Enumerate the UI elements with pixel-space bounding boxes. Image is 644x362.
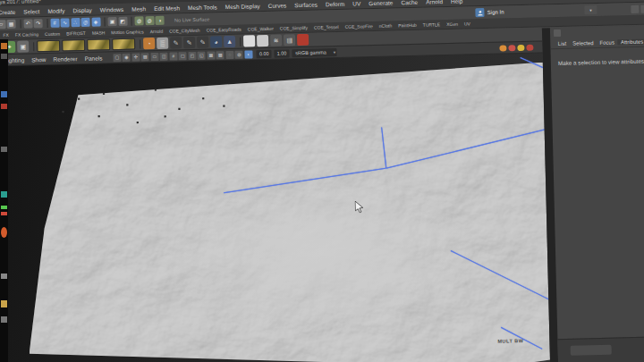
- sign-in-button[interactable]: Sign In: [476, 7, 504, 17]
- ae-menu-selected[interactable]: Selected: [570, 39, 597, 46]
- gray-sphere-icon[interactable]: [257, 35, 268, 46]
- terrain-thumbnail-icon[interactable]: [112, 38, 135, 51]
- shelf-tab-fx[interactable]: FX: [0, 32, 12, 38]
- gate-mask-icon[interactable]: ◱: [198, 51, 206, 59]
- redo-icon[interactable]: ↷: [33, 19, 42, 28]
- globe-icon[interactable]: ◔: [143, 38, 155, 49]
- terrain-thumbnail-icon[interactable]: [87, 38, 110, 51]
- viewport-menu-panels[interactable]: Panels: [80, 55, 106, 62]
- toolbox-icon-fragment[interactable]: [1, 147, 7, 152]
- save-scene-icon[interactable]: ▦: [6, 20, 15, 29]
- shelf-tab-cge-citymesh[interactable]: CGE_CityMesh: [166, 28, 204, 34]
- menu-display[interactable]: Display: [69, 6, 96, 13]
- shelf-tab-xgen[interactable]: XGen: [444, 21, 462, 27]
- toolbox-icon-fragment[interactable]: [1, 274, 7, 279]
- pencil-icon[interactable]: ✎: [183, 37, 195, 48]
- ssao-ball-icon[interactable]: [499, 45, 506, 51]
- toolbox-icon-fragment[interactable]: [1, 54, 7, 59]
- menu-help[interactable]: Help: [446, 0, 467, 4]
- isolate-select-icon[interactable]: ◌: [225, 50, 233, 58]
- menu-mesh-tools[interactable]: Mesh Tools: [183, 4, 221, 11]
- exposure-field[interactable]: 0.00: [257, 49, 272, 57]
- grid-icon[interactable]: #: [169, 52, 177, 60]
- noise-icon[interactable]: ▒: [157, 38, 168, 49]
- undo-icon[interactable]: ↶: [23, 19, 32, 28]
- snap-to-grids-icon[interactable]: #: [50, 19, 59, 28]
- shelf-tab-turtle[interactable]: TURTLE: [419, 21, 443, 28]
- shelf-tab-fx-caching[interactable]: FX Caching: [12, 31, 41, 38]
- menu-curves[interactable]: Curves: [264, 2, 291, 9]
- terrain-mesh[interactable]: [22, 62, 552, 362]
- shelf-tab-painthub[interactable]: PaintHub: [395, 22, 420, 29]
- open-scene-icon[interactable]: ▱: [0, 20, 5, 29]
- toolbox-icon-fragment[interactable]: [1, 212, 7, 215]
- gamma-field[interactable]: 1.00: [274, 49, 289, 57]
- render-frame-icon[interactable]: ◍: [134, 16, 143, 25]
- viewport-menu-renderer[interactable]: Renderer: [49, 55, 80, 63]
- trash-icon[interactable]: ▤: [284, 34, 295, 46]
- menu-select[interactable]: Select: [20, 8, 44, 15]
- live-surface-label[interactable]: No Live Surface: [174, 17, 209, 23]
- pencil-icon[interactable]: ✎: [197, 37, 208, 48]
- menu-arnold[interactable]: Arnold: [422, 0, 447, 4]
- shelf-tab-cge-easyroads[interactable]: CGE_EasyRoads: [203, 27, 244, 33]
- menu-generate[interactable]: Generate: [365, 0, 397, 6]
- shadow-ball-icon[interactable]: [526, 44, 533, 50]
- sidebar-toggle-icons[interactable]: [631, 4, 644, 13]
- shelf-tab-ncloth[interactable]: nCloth: [376, 22, 395, 29]
- ae-menu-list[interactable]: List: [555, 40, 569, 46]
- menu-surfaces[interactable]: Surfaces: [291, 1, 322, 8]
- ae-menu-attributes[interactable]: Attributes: [617, 38, 644, 45]
- camera-attributes-icon[interactable]: ✣: [131, 53, 140, 61]
- tool-icon[interactable]: ▣: [17, 40, 29, 52]
- toolbox-icon-fragment[interactable]: [1, 300, 7, 307]
- menu-windows[interactable]: Windows: [96, 5, 128, 13]
- attribute-editor-toggle-icon[interactable]: [631, 4, 639, 13]
- lock-camera-icon[interactable]: ◉: [123, 53, 131, 61]
- white-sphere-icon[interactable]: [243, 35, 255, 46]
- terrain-thumbnail-icon[interactable]: [62, 39, 85, 52]
- shelf-tab-cge-simplify[interactable]: CGE_Simplify: [276, 25, 310, 31]
- menu-mesh-display[interactable]: Mesh Display: [221, 3, 264, 10]
- snap-to-projected-center-icon[interactable]: ◎: [80, 18, 89, 27]
- pin-icon[interactable]: [554, 29, 561, 37]
- toolbox-icon-fragment[interactable]: [1, 91, 7, 97]
- lighting-ball-icon[interactable]: [517, 44, 524, 50]
- lock-selection-icon[interactable]: ▣: [107, 17, 116, 26]
- panel-footer-button[interactable]: [571, 345, 612, 356]
- xray-icon[interactable]: ◍: [235, 50, 243, 58]
- view-transform-dropdown[interactable]: sRGB gamma: [292, 48, 336, 57]
- viewport-menu-show[interactable]: Show: [28, 55, 49, 63]
- safe-action-icon[interactable]: ▩: [216, 51, 225, 59]
- menu-uv[interactable]: UV: [349, 0, 365, 6]
- menu-cache[interactable]: Cache: [397, 0, 422, 5]
- menu-edit-mesh[interactable]: Edit Mesh: [149, 4, 183, 12]
- image-plane-icon[interactable]: ▭: [150, 52, 158, 60]
- toolbox-icon-fragment[interactable]: [1, 316, 7, 323]
- shelf-tab-custom[interactable]: Custom: [41, 31, 63, 38]
- delete-sphere-icon[interactable]: [297, 34, 309, 46]
- terrain-thumbnail-icon[interactable]: [37, 40, 60, 53]
- planet-icon[interactable]: ◕: [210, 36, 222, 47]
- make-live-icon[interactable]: ◈: [91, 18, 100, 27]
- shower-icon[interactable]: ≋: [270, 35, 282, 46]
- ae-menu-focus[interactable]: Focus: [597, 39, 617, 46]
- chevron-down-icon[interactable]: ▾: [584, 5, 597, 14]
- shelf-tab-mash[interactable]: MASH: [89, 29, 108, 36]
- menu-deform[interactable]: Deform: [321, 0, 348, 7]
- menu-modify[interactable]: Modify: [44, 7, 69, 14]
- ipr-render-icon[interactable]: ◍: [145, 16, 154, 25]
- shelf-tab-bifrost[interactable]: BIFROST: [64, 30, 89, 37]
- exposure-icon[interactable]: ◐: [244, 50, 252, 58]
- snap-to-points-icon[interactable]: ∴: [71, 18, 80, 27]
- highlight-selection-icon[interactable]: ◩: [118, 17, 127, 26]
- toolbox-icon-fragment[interactable]: [1, 104, 7, 109]
- select-camera-icon[interactable]: ▢: [113, 53, 121, 61]
- field-chart-icon[interactable]: ▦: [207, 51, 215, 59]
- 2d-pan-zoom-icon[interactable]: ◫: [160, 52, 168, 60]
- shelf-tab-cge-sopfire[interactable]: CGE_SopFire: [342, 23, 376, 29]
- render-settings-icon[interactable]: ◑: [155, 16, 164, 25]
- film-gate-icon[interactable]: ▢: [179, 52, 187, 60]
- shelf-tab-arnold[interactable]: Arnold: [147, 29, 166, 35]
- snap-to-curves-icon[interactable]: ∿: [60, 18, 69, 27]
